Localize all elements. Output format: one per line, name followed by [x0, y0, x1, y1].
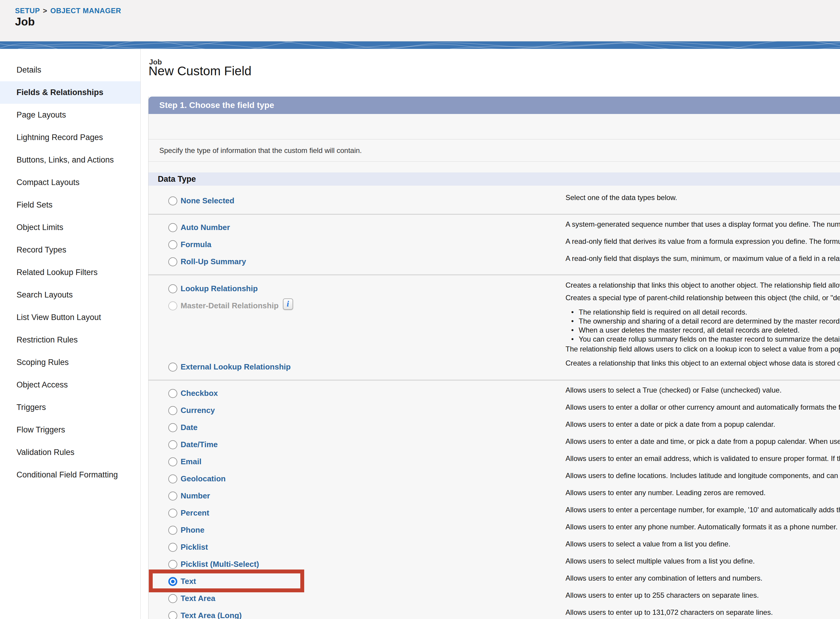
field-type-row-date: DateAllows users to enter a date or pick… [148, 419, 840, 436]
field-type-option: None Selected [148, 196, 566, 205]
field-type-option: Currency [148, 406, 566, 415]
field-type-label[interactable]: Geolocation [181, 474, 226, 483]
radio-roll-up-summary[interactable] [168, 257, 177, 266]
field-type-option: Email [148, 457, 566, 466]
field-type-label[interactable]: Currency [181, 406, 215, 415]
sidebar-nav: DetailsFields & RelationshipsPage Layout… [0, 49, 141, 486]
relationship-options-column: Lookup Relationship Master-Detail Relati… [148, 275, 566, 375]
field-type-label[interactable]: Picklist [181, 543, 208, 552]
sidebar-item-page-layouts[interactable]: Page Layouts [0, 104, 141, 126]
radio-auto-number[interactable] [168, 223, 177, 232]
field-type-row-phone: PhoneAllows users to enter any phone num… [148, 522, 840, 538]
sidebar-item-details[interactable]: Details [0, 59, 141, 81]
field-type-label[interactable]: Text Area (Long) [181, 611, 242, 619]
field-type-option: Phone [148, 525, 566, 535]
field-type-row-auto-number: Auto NumberA system-generated sequence n… [148, 219, 840, 236]
radio-picklist-multi-select[interactable] [168, 560, 177, 569]
field-type-label[interactable]: Formula [181, 240, 211, 249]
field-type-description: Allows users to enter a percentage numbe… [566, 505, 840, 514]
sidebar-item-conditional-field-formatting[interactable]: Conditional Field Formatting [0, 464, 141, 486]
radio-email[interactable] [168, 458, 177, 466]
field-type-label[interactable]: Lookup Relationship [181, 284, 258, 293]
field-type-label[interactable]: Checkbox [181, 389, 218, 398]
field-type-row-percent: PercentAllows users to enter a percentag… [148, 504, 840, 522]
sidebar-item-record-types[interactable]: Record Types [0, 239, 141, 261]
field-type-label[interactable]: Picklist (Multi-Select) [181, 560, 259, 569]
field-type-row-number: NumberAllows users to enter any number. … [148, 487, 840, 504]
field-type-option: Date/Time [148, 440, 566, 449]
breadcrumb-setup-link[interactable]: SETUP [15, 7, 40, 15]
sidebar-item-field-sets[interactable]: Field Sets [0, 194, 141, 216]
field-type-row-picklist: PicklistAllows users to select a value f… [148, 538, 840, 556]
radio-none-selected[interactable] [168, 196, 177, 205]
sidebar-item-flow-triggers[interactable]: Flow Triggers [0, 419, 141, 441]
field-type-label[interactable]: Date [181, 423, 198, 432]
info-icon[interactable]: i [283, 298, 293, 310]
breadcrumb-object-manager-link[interactable]: OBJECT MANAGER [50, 7, 121, 15]
breadcrumb-separator: > [43, 7, 47, 15]
radio-text[interactable] [168, 577, 177, 586]
sidebar-item-validation-rules[interactable]: Validation Rules [0, 441, 141, 464]
sidebar-item-triggers[interactable]: Triggers [0, 396, 141, 419]
field-type-description: Select one of the data types below. [566, 193, 840, 202]
field-type-label[interactable]: Date/Time [181, 440, 218, 449]
field-type-description: Allows users to select a True (checked) … [566, 386, 840, 395]
field-type-label[interactable]: Auto Number [181, 223, 230, 232]
bullet-item: The ownership and sharing of a detail re… [566, 317, 840, 326]
radio-lookup-relationship[interactable] [168, 284, 177, 293]
radio-phone[interactable] [168, 526, 177, 535]
setup-header: SETUP>OBJECT MANAGER Job [0, 0, 840, 41]
field-type-label[interactable]: Percent [181, 508, 209, 517]
radio-date-time[interactable] [168, 440, 177, 449]
field-type-description: Allows users to enter a date and time, o… [566, 437, 840, 446]
field-type-label[interactable]: None Selected [181, 196, 234, 205]
sidebar-item-fields-relationships[interactable]: Fields & Relationships [0, 81, 141, 104]
radio-currency[interactable] [168, 406, 177, 415]
field-type-option: Text Area (Long) [148, 611, 566, 619]
radio-formula[interactable] [168, 240, 177, 249]
radio-text-area[interactable] [168, 594, 177, 603]
field-type-option: Text [148, 577, 566, 586]
field-type-description: Allows users to select multiple values f… [566, 557, 840, 565]
sidebar-item-restriction-rules[interactable]: Restriction Rules [0, 329, 141, 351]
group-basic-types: CheckboxAllows users to select a True (c… [148, 381, 840, 619]
radio-picklist[interactable] [168, 543, 177, 552]
field-type-label[interactable]: Text [181, 577, 196, 586]
sidebar-item-related-lookup-filters[interactable]: Related Lookup Filters [0, 261, 141, 284]
field-type-label[interactable]: Roll-Up Summary [181, 257, 246, 266]
field-type-description: Allows users to define locations. Includ… [566, 471, 840, 480]
sidebar-item-scoping-rules[interactable]: Scoping Rules [0, 351, 141, 374]
radio-percent[interactable] [168, 508, 177, 517]
field-type-label[interactable]: Phone [181, 525, 204, 535]
radio-date[interactable] [168, 423, 177, 432]
relationship-descriptions-column: Creates a relationship that links this o… [566, 275, 840, 368]
field-type-label[interactable]: Text Area [181, 594, 216, 603]
sidebar-item-object-access[interactable]: Object Access [0, 374, 141, 396]
new-custom-field-title: New Custom Field [148, 64, 252, 78]
field-type-description: Allows users to enter a date or pick a d… [566, 420, 840, 429]
step-banner: Step 1. Choose the field type [148, 97, 840, 114]
field-type-row-external-lookup-relationship: External Lookup Relationship [148, 358, 566, 375]
sidebar-item-compact-layouts[interactable]: Compact Layouts [0, 171, 141, 194]
field-type-label[interactable]: Number [181, 491, 210, 501]
field-type-description: A read-only field that displays the sum,… [566, 254, 840, 263]
field-type-label[interactable]: Email [181, 457, 201, 466]
sidebar-item-search-layouts[interactable]: Search Layouts [0, 284, 141, 306]
sidebar-item-list-view-button-layout[interactable]: List View Button Layout [0, 306, 141, 329]
field-type-row-text-area: Text AreaAllows users to enter up to 255… [148, 590, 840, 607]
main-content: Job New Custom Field Step 1. Choose the … [141, 49, 840, 619]
radio-number[interactable] [168, 492, 177, 501]
sidebar-item-lightning-record-pages[interactable]: Lightning Record Pages [0, 126, 141, 149]
field-type-description: Allows users to enter any combination of… [566, 574, 840, 582]
instruction-text: Specify the type of information that the… [148, 139, 840, 161]
radio-external-lookup-relationship[interactable] [168, 363, 177, 372]
master-detail-bullet-list: The relationship field is required on al… [566, 308, 840, 344]
radio-geolocation[interactable] [168, 474, 177, 483]
sidebar-item-object-limits[interactable]: Object Limits [0, 216, 141, 239]
field-type-option: Date [148, 423, 566, 432]
field-type-label[interactable]: External Lookup Relationship [181, 362, 291, 372]
radio-checkbox[interactable] [168, 389, 177, 398]
radio-text-area-long[interactable] [168, 611, 177, 619]
sidebar-item-buttons-links-and-actions[interactable]: Buttons, Links, and Actions [0, 149, 141, 171]
radio-master-detail-relationship [168, 301, 177, 310]
